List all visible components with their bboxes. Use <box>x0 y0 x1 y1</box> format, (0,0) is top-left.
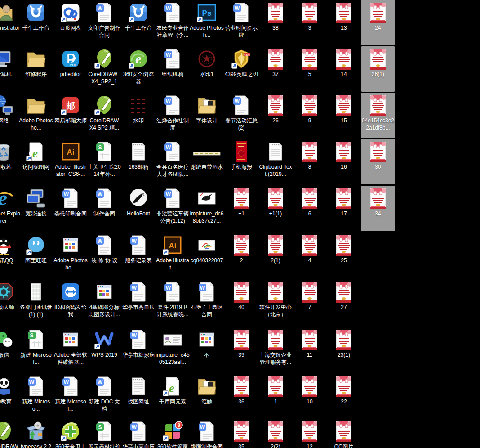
desktop-icon[interactable]: 360安全卫士 <box>53 419 88 448</box>
desktop-icon[interactable]: 手机海报 <box>224 139 258 184</box>
desktop-icon[interactable]: 26 <box>258 93 293 138</box>
desktop-icon[interactable]: 微信 <box>0 327 21 372</box>
desktop-icon[interactable]: Adobe 全部软件破解器... <box>53 327 88 372</box>
desktop-icon[interactable]: S展示器材特价 <box>87 419 121 448</box>
desktop-icon[interactable]: W华亭市糖尿病 <box>121 327 156 372</box>
desktop-icon[interactable]: 1 <box>258 374 293 419</box>
desktop-icon[interactable]: 25 <box>327 233 361 278</box>
desktop-icon[interactable]: eInternet Explorer <box>0 186 21 231</box>
desktop-icon[interactable]: 11 <box>293 327 327 372</box>
desktop-icon[interactable]: W新建 Microso... <box>19 374 53 419</box>
desktop-icon[interactable]: W组织机构 <box>156 46 190 92</box>
desktop-icon[interactable]: 40 <box>224 279 258 325</box>
desktop-icon[interactable]: W装 修 协 议 <box>87 233 121 278</box>
desktop-icon[interactable]: Adobe Photosho... <box>53 233 88 278</box>
desktop-icon[interactable]: 30 <box>361 139 395 184</box>
desktop-icon[interactable]: 上海交银企业管理服务有... <box>258 327 293 372</box>
desktop-icon[interactable]: 8360软件管家 <box>156 419 190 448</box>
desktop-icon[interactable]: 17 <box>327 186 361 231</box>
desktop-icon[interactable]: 8 <box>293 139 327 184</box>
desktop-icon[interactable]: 维修程序 <box>19 46 53 92</box>
desktop-icon[interactable]: 4 <box>293 233 327 278</box>
desktop-icon[interactable]: S新建 Microsof... <box>19 327 53 372</box>
desktop-icon[interactable]: 2 <box>224 233 258 278</box>
desktop-icon[interactable]: e访问昵图网 <box>19 139 53 184</box>
desktop-icon[interactable]: impicture_dc68bb37c27... <box>190 186 224 231</box>
desktop-icon[interactable]: CorelDRAW_X4_SP2_14.... <box>87 46 121 92</box>
desktop-icon[interactable]: AiAdobe_Illustrator_CS6-... <box>53 139 88 184</box>
desktop-icon[interactable]: 7 <box>293 279 327 325</box>
desktop-icon[interactable]: CorelDRAW <box>0 419 21 448</box>
desktop-icon[interactable]: e360安全浏览器 <box>121 46 156 92</box>
desktop-icon[interactable]: 谢绝自带酒水 <box>190 139 224 184</box>
desktop-icon[interactable]: PsAdobe Photosh... <box>190 0 224 45</box>
desktop-icon[interactable]: W非法营运车辆公告(1.12) <box>156 186 190 231</box>
desktop-icon[interactable]: 27 <box>327 279 361 325</box>
desktop-icon[interactable]: W华亭市高血压 <box>121 419 156 448</box>
desktop-icon[interactable]: 3 <box>293 0 327 45</box>
desktop-icon[interactable]: Administrator <box>0 0 21 45</box>
desktop-icon[interactable]: W新建 DOC 文档 <box>87 374 121 419</box>
desktop-icon[interactable]: cq040322007 <box>190 233 224 278</box>
desktop-icon[interactable]: e千库网元素 <box>156 374 190 419</box>
desktop-icon[interactable]: 12 <box>293 419 327 448</box>
desktop-icon[interactable]: 各部门通讯录(1) (1) <box>19 279 53 325</box>
desktop-icon[interactable]: 22 <box>327 374 361 419</box>
desktop-icon[interactable]: W华亭市高血压 <box>121 279 156 325</box>
desktop-icon[interactable]: 10 <box>293 374 327 419</box>
desktop-icon[interactable]: 不 <box>190 327 224 372</box>
desktop-icon[interactable]: 找图网址 <box>121 374 156 419</box>
desktop-icon[interactable]: 15 <box>327 93 361 138</box>
desktop-icon[interactable]: 回收站 <box>0 139 21 184</box>
desktop-icon[interactable]: 网络 <box>0 93 21 138</box>
desktop-icon[interactable]: 6 <box>293 186 327 231</box>
desktop-icon[interactable]: 种教育 <box>0 374 21 419</box>
desktop-icon[interactable]: 4基础部分标志图形设计... <box>87 279 121 325</box>
desktop-icon[interactable]: W文印广告制作合同 <box>87 0 121 45</box>
desktop-icon[interactable]: W制作合同 <box>87 186 121 231</box>
desktop-icon[interactable]: 软件开发中心（北京） <box>258 279 293 325</box>
desktop-icon[interactable]: W石堡子工园区合同 <box>190 279 224 325</box>
desktop-icon[interactable]: 宽带连接 <box>19 186 53 231</box>
desktop-icon[interactable]: 26(1) <box>361 46 395 92</box>
desktop-icon[interactable]: QQ图片 <box>327 419 361 448</box>
desktop-icon[interactable]: 163邮箱 <box>121 139 156 184</box>
desktop-icon[interactable]: ID和密码发给我 <box>53 279 88 325</box>
desktop-icon[interactable]: PDFpdfeditor <box>53 46 88 92</box>
desktop-icon[interactable]: impicture_e4505123aaf... <box>156 327 190 372</box>
desktop-icon[interactable]: W红烨合作社制度 <box>156 93 190 138</box>
desktop-icon[interactable]: W新建 Microsof... <box>53 374 88 419</box>
desktop-icon[interactable]: HelloFont <box>121 186 156 231</box>
desktop-icon[interactable]: 24 <box>361 0 395 45</box>
desktop-icon[interactable]: AiAdobe Illustrat... <box>156 233 190 278</box>
desktop-icon[interactable]: 13 <box>327 0 361 45</box>
desktop-icon[interactable]: 笔触 <box>190 374 224 419</box>
desktop-icon[interactable]: 16 <box>327 139 361 184</box>
desktop-icon[interactable]: 35 <box>224 419 258 448</box>
desktop-icon[interactable]: 38 <box>258 0 293 45</box>
desktop-icon[interactable]: 37 <box>258 46 293 92</box>
desktop-icon[interactable]: 43994399英魂之刃 <box>224 46 258 92</box>
desktop-icon[interactable]: S上关卫生院2014年外... <box>87 139 121 184</box>
desktop-icon[interactable]: 阿里旺旺 <box>19 233 53 278</box>
desktop-icon[interactable]: 9 <box>293 93 327 138</box>
desktop-icon[interactable]: 36 <box>224 374 258 419</box>
desktop-icon[interactable]: W版面制作合同 <box>190 419 224 448</box>
desktop-icon[interactable]: 34 <box>361 186 395 231</box>
desktop-icon[interactable]: 邮网易邮箱大师 <box>53 93 88 138</box>
desktop-icon[interactable]: WPS 2019 <box>87 327 121 372</box>
desktop-icon[interactable]: 5 <box>293 46 327 92</box>
desktop-icon[interactable]: 23(1) <box>327 327 361 372</box>
desktop-icon[interactable]: 39 <box>224 327 258 372</box>
desktop-icon[interactable]: W全县百名医疗人才各团队... <box>156 139 190 184</box>
desktop-icon[interactable]: 腾讯QQ <box>0 233 21 278</box>
desktop-icon[interactable]: 2(1) <box>258 233 293 278</box>
desktop-icon[interactable]: 2(2) <box>258 419 293 448</box>
desktop-icon[interactable]: +1 <box>224 186 258 231</box>
desktop-icon[interactable]: 字体设计 <box>190 93 224 138</box>
desktop-icon[interactable]: W委托印刷合同 <box>53 186 88 231</box>
desktop-icon[interactable]: 04e154cc3e22a1df8b... <box>361 93 395 138</box>
desktop-icon[interactable]: Clipboard Text (2019... <box>258 139 293 184</box>
desktop-icon[interactable]: 水印1 <box>190 46 224 92</box>
desktop-icon[interactable]: 14 <box>327 46 361 92</box>
